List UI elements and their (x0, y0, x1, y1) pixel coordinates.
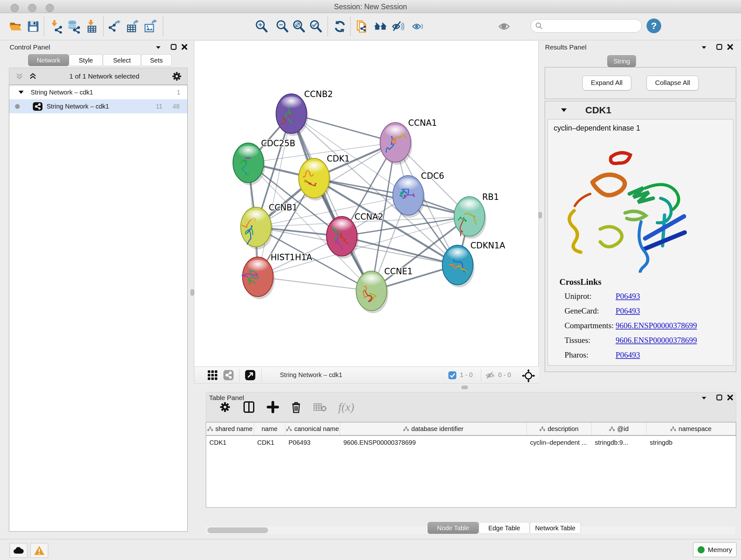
control-panel-menu-icon[interactable] (155, 44, 164, 52)
edge-HIST1H1A-CCNE1[interactable] (258, 277, 372, 291)
help-button[interactable]: ? (647, 18, 661, 33)
crosslink-link[interactable]: P06493 (616, 351, 640, 360)
table-cell[interactable]: stringdb:9... (592, 436, 647, 449)
network-tree: String Network – cdk1 1 String Network –… (9, 85, 188, 532)
vertical-splitter-handle[interactable] (191, 289, 194, 296)
search-box[interactable] (531, 19, 642, 33)
column-header-canonical-name[interactable]: canonical name (285, 422, 340, 435)
zoom-in-icon[interactable] (254, 19, 269, 34)
node-CDKN1A[interactable] (442, 245, 475, 287)
fit-selected-crosshair-icon[interactable] (522, 369, 533, 381)
column-label: name (261, 425, 277, 433)
table-settings-gear-icon[interactable] (219, 401, 231, 413)
import-network-database-icon[interactable] (66, 19, 82, 34)
node-CDC6[interactable] (393, 176, 425, 218)
vertical-splitter-handle[interactable] (538, 212, 542, 219)
tree-expander-icon[interactable] (18, 89, 24, 95)
export-image-icon[interactable] (143, 19, 158, 34)
node-CDK1[interactable] (299, 159, 331, 200)
gear-icon[interactable] (172, 71, 182, 82)
crosslink-link[interactable]: P06493 (616, 292, 640, 301)
table-row[interactable]: CDK1CDK1P064939606.ENSP00000378699cyclin… (206, 436, 736, 449)
table-header-row[interactable]: shared namenamecanonical namedatabase id… (206, 422, 736, 436)
collapse-all-button[interactable]: Collapse All (647, 76, 699, 90)
import-network-file-icon[interactable] (49, 19, 64, 34)
open-session-icon[interactable] (8, 19, 23, 34)
control-panel-close-icon[interactable] (181, 44, 191, 52)
column-header-name[interactable]: name (254, 422, 285, 435)
tab-sets[interactable]: Sets (141, 54, 172, 66)
table-panel-close-icon[interactable] (727, 394, 736, 402)
table-cell[interactable]: CDK1 (206, 436, 254, 449)
tab-style[interactable]: Style (69, 54, 103, 66)
export-table-icon[interactable] (125, 19, 140, 34)
table-cell[interactable]: stringdb (647, 436, 736, 449)
crosslink-link[interactable]: 9606.ENSP00000378699 (616, 321, 697, 330)
column-header-namespace[interactable]: namespace (647, 422, 736, 435)
add-column-plus-icon[interactable] (267, 401, 279, 413)
node-CCNA1[interactable] (380, 123, 412, 165)
zoom-selected-icon[interactable] (308, 19, 324, 34)
show-all-icon[interactable] (410, 19, 426, 34)
node-CCNA2[interactable] (327, 216, 359, 259)
tab-edge-table[interactable]: Edge Table (479, 522, 530, 534)
search-input[interactable] (543, 22, 634, 30)
cloud-status-button[interactable] (10, 543, 27, 558)
refresh-icon[interactable] (332, 19, 347, 34)
table-cell[interactable]: CDK1 (254, 436, 285, 449)
import-table-file-icon[interactable] (84, 19, 99, 34)
column-label: shared name (215, 425, 253, 433)
tab-select[interactable]: Select (103, 54, 141, 66)
control-panel-float-icon[interactable] (170, 44, 180, 52)
expand-all-button[interactable]: Expand All (583, 76, 631, 90)
tab-node-table[interactable]: Node Table (428, 522, 479, 534)
table-panel-menu-icon[interactable] (700, 395, 710, 403)
network-from-selection-icon[interactable] (354, 19, 370, 34)
network-row-selected[interactable]: String Network – cdk1 11 48 (9, 99, 187, 113)
node-CCNB1[interactable] (241, 207, 273, 249)
network-canvas[interactable]: CCNB2CCNA1CDC25BCDK1CDC6RB1CCNB1CCNA2CDK… (194, 41, 539, 367)
column-header-database-identifier[interactable]: database identifier (340, 422, 527, 435)
first-neighbors-icon[interactable] (373, 19, 388, 34)
table-panel-float-icon[interactable] (716, 394, 725, 402)
network-collection-row[interactable]: String Network – cdk1 1 (9, 85, 187, 99)
zoom-fit-icon[interactable] (291, 19, 307, 34)
table-cell[interactable]: P06493 (285, 436, 340, 449)
warning-status-button[interactable] (30, 543, 48, 558)
column-header-shared-name[interactable]: shared name (206, 422, 254, 435)
hide-selection-icon[interactable] (391, 19, 406, 34)
show-columns-icon[interactable] (243, 401, 255, 414)
column-header--id[interactable]: @id (592, 422, 647, 435)
tab-network-table[interactable]: Network Table (530, 522, 581, 534)
expand-all-icon[interactable] (28, 72, 37, 81)
edge-CCNB2-CCNE1[interactable] (291, 114, 372, 291)
node-RB1[interactable] (454, 197, 486, 239)
table-cell[interactable]: cyclin–dependent ... (527, 436, 592, 449)
open-in-window-icon[interactable] (245, 370, 256, 381)
birds-eye-view-icon[interactable] (207, 370, 219, 381)
node-HIST1H1A[interactable] (242, 257, 275, 299)
crosslink-link[interactable]: P06493 (616, 307, 640, 315)
entry-expander-icon[interactable] (560, 107, 567, 113)
table-cell[interactable]: 9606.ENSP00000378699 (340, 436, 527, 449)
results-panel-close-icon[interactable] (727, 44, 736, 52)
tab-string[interactable]: String (607, 55, 636, 67)
memory-button[interactable]: Memory (693, 543, 737, 557)
crosslink-link[interactable]: 9606.ENSP00000378699 (616, 336, 697, 345)
delete-trash-icon[interactable] (290, 401, 302, 414)
column-header-description[interactable]: description (527, 422, 592, 435)
tab-network[interactable]: Network (28, 54, 69, 66)
results-panel-float-icon[interactable] (716, 44, 725, 52)
horizontal-splitter-handle[interactable] (461, 386, 468, 389)
zoom-out-icon[interactable] (275, 19, 290, 34)
scrollbar-thumb[interactable] (207, 527, 268, 533)
network-overview-icon[interactable] (223, 370, 234, 381)
save-session-icon[interactable] (25, 19, 41, 34)
results-panel-menu-icon[interactable] (700, 44, 710, 52)
entry-header[interactable]: CDK1 (545, 101, 736, 119)
selected-checkbox-icon[interactable] (448, 371, 460, 382)
node-CCNB2[interactable] (276, 94, 308, 136)
node-CCNE1[interactable] (356, 271, 388, 313)
collapse-all-icon[interactable] (15, 72, 24, 81)
export-network-icon[interactable] (107, 19, 122, 34)
